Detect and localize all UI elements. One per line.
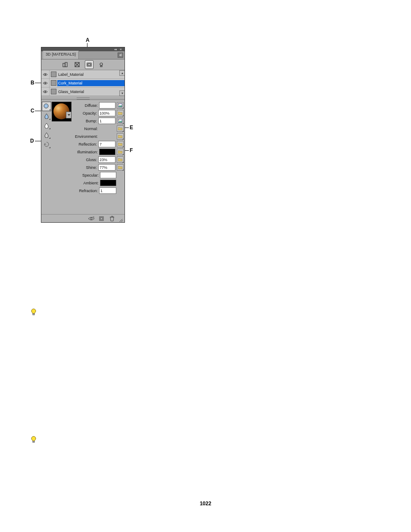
property-row-gloss: Gloss:23% (74, 156, 124, 163)
callout-C: C (31, 108, 34, 114)
property-value-input[interactable]: 1 (99, 187, 116, 194)
property-label: Bump: (74, 119, 98, 123)
property-label: Opacity: (74, 111, 98, 115)
property-value-input[interactable]: 1 (98, 118, 115, 124)
svg-rect-21 (33, 314, 34, 315)
list-resize-grip[interactable] (41, 96, 125, 100)
property-row-reflection: Reflection:7 (74, 140, 124, 148)
svg-point-8 (100, 63, 103, 65)
property-row-shine: Shine:77% (74, 164, 124, 171)
callout-B: B (31, 80, 34, 86)
property-row-illumination: Illumination: (74, 148, 124, 156)
svg-rect-3 (63, 63, 65, 67)
tip-icon (31, 436, 37, 444)
property-label: Gloss: (74, 158, 98, 162)
texture-map-menu[interactable] (117, 133, 124, 140)
texture-map-menu[interactable] (117, 102, 124, 109)
texture-map-menu[interactable] (117, 156, 124, 163)
svg-point-10 (45, 82, 46, 84)
svg-point-11 (45, 91, 46, 92)
scroll-down-button[interactable]: ▼ (119, 90, 125, 96)
property-row-environment: Environment: (74, 133, 124, 140)
collapse-icon[interactable] (114, 48, 117, 51)
materials-list: Label_Material Cork_Material Glass_Mater… (41, 70, 125, 96)
property-color-swatch[interactable] (99, 149, 115, 155)
texture-map-menu[interactable] (117, 141, 124, 147)
svg-rect-2 (121, 56, 122, 56)
property-value-input[interactable]: 77% (98, 164, 115, 171)
property-row-opacity: Opacity:100% (74, 109, 124, 117)
filter-materials-button[interactable] (85, 60, 93, 69)
filter-mesh-button[interactable] (73, 60, 81, 69)
visibility-toggle[interactable] (41, 87, 50, 96)
panel-footer (41, 214, 125, 222)
visibility-toggle[interactable] (41, 70, 50, 78)
material-name: Cork_Material (57, 80, 125, 86)
svg-rect-19 (100, 217, 103, 221)
material-row[interactable]: Cork_Material (41, 79, 125, 87)
property-label: Reflection: (74, 142, 98, 146)
callout-F-label: F (130, 147, 133, 153)
property-color-swatch[interactable] (100, 180, 116, 186)
property-label: Normal: (74, 127, 99, 131)
property-color-swatch[interactable] (100, 172, 116, 178)
material-thumb (50, 70, 57, 78)
texture-map-menu[interactable] (117, 164, 124, 171)
texture-map-menu[interactable] (117, 118, 124, 124)
material-preset-dropdown[interactable] (66, 112, 72, 118)
load-tool[interactable] (42, 140, 51, 149)
picker-tool[interactable] (42, 102, 51, 111)
section-toolbar (41, 59, 125, 70)
callout-D-label: D (30, 138, 34, 144)
material-row[interactable]: Label_Material (41, 70, 125, 79)
callout-B-label: B (31, 80, 34, 86)
panel-menu-button[interactable] (118, 53, 123, 58)
callout-A-label: A (86, 37, 90, 43)
material-row[interactable]: Glass_Material (41, 87, 125, 96)
properties-list: Diffuse:Opacity:100%Bump:1Normal:Environ… (74, 102, 124, 194)
property-row-ambient: Ambient: (74, 179, 124, 187)
tab-materials[interactable]: 3D {MATERIALS} (43, 51, 79, 59)
drop-tool-2[interactable] (42, 121, 51, 130)
delete-button[interactable] (108, 215, 116, 221)
page-number: 1022 (0, 501, 411, 507)
svg-point-18 (93, 216, 94, 218)
property-label: Refraction: (74, 189, 99, 193)
property-value-input[interactable]: 7 (98, 141, 115, 147)
drop-tool-3[interactable] (42, 130, 51, 140)
resize-grip[interactable] (118, 218, 123, 222)
svg-rect-22 (33, 441, 34, 442)
visibility-toggle[interactable] (41, 79, 50, 87)
material-name: Label_Material (57, 72, 125, 77)
callout-E: E (130, 124, 133, 131)
texture-map-menu[interactable] (117, 125, 124, 132)
scroll-up-button[interactable]: ▲ (119, 70, 125, 76)
texture-map-menu[interactable] (117, 110, 124, 116)
render-settings-button[interactable] (87, 215, 95, 221)
texture-map-menu[interactable] (117, 149, 124, 155)
svg-rect-20 (100, 218, 103, 220)
property-value-input[interactable]: 100% (98, 110, 115, 116)
property-value-input[interactable]: 23% (98, 156, 115, 163)
svg-point-9 (45, 74, 46, 75)
callout-F: F (130, 147, 133, 153)
close-icon[interactable]: × (120, 48, 123, 51)
material-preview (52, 102, 72, 121)
svg-point-17 (90, 218, 92, 219)
property-row-normal: Normal: (74, 125, 124, 132)
drop-tool-1[interactable] (42, 111, 51, 121)
materials-panel: × 3D {MATERIALS} (41, 47, 125, 223)
property-label: Diffuse: (74, 103, 99, 108)
property-label: Ambient: (74, 181, 100, 185)
material-name: Glass_Material (57, 90, 125, 94)
callout-E-label: E (130, 124, 133, 131)
callout-D: D (30, 138, 34, 144)
new-button[interactable] (98, 215, 106, 221)
svg-rect-0 (121, 54, 122, 54)
callout-C-label: C (31, 108, 34, 114)
filter-lights-button[interactable] (97, 60, 106, 69)
svg-point-16 (119, 120, 120, 121)
filter-scene-button[interactable] (61, 60, 69, 69)
property-row-bump: Bump:1 (74, 117, 124, 124)
property-color-swatch[interactable] (99, 102, 115, 109)
